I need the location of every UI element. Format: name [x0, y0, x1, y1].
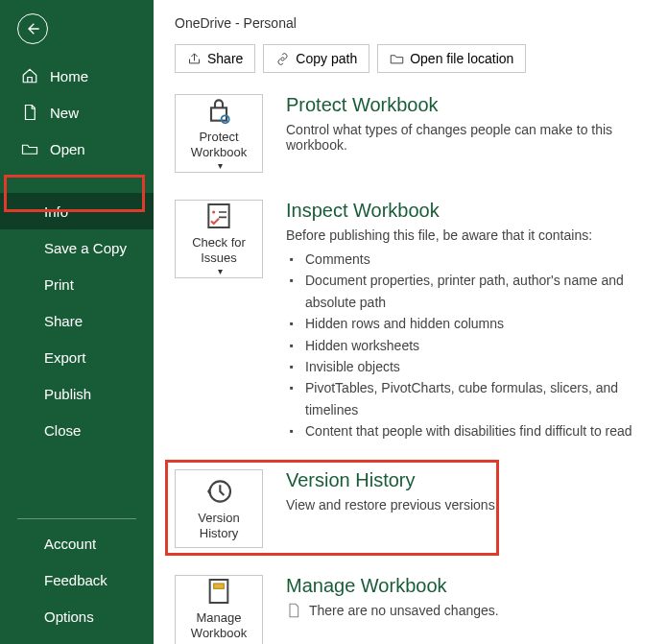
nav-options[interactable]: Options: [0, 598, 154, 634]
inspect-item: Hidden rows and hidden columns: [286, 313, 646, 334]
link-icon: [275, 52, 290, 66]
nav-print-label: Print: [44, 276, 74, 293]
chevron-down-icon: ▾: [218, 160, 223, 172]
svg-rect-0: [211, 108, 226, 121]
nav-options-label: Options: [44, 608, 94, 625]
version-desc: View and restore previous versions.: [286, 497, 646, 513]
info-toolbar: Share Copy path Open file location: [175, 44, 646, 73]
new-doc-icon: [21, 104, 38, 121]
open-file-location-label: Open file location: [410, 51, 513, 66]
nav-close[interactable]: Close: [0, 412, 154, 448]
inspect-body: Inspect Workbook Before publishing this …: [286, 200, 646, 442]
version-history-section: Version History Version History View and…: [175, 469, 646, 548]
nav-info-label: Info: [44, 203, 68, 220]
home-icon: [21, 67, 38, 84]
protect-desc: Control what types of changes people can…: [286, 122, 646, 153]
inspect-item: Content that people with disabilities fi…: [286, 420, 646, 441]
svg-rect-2: [208, 204, 228, 227]
inspect-item: Invisible objects: [286, 356, 646, 377]
chevron-down-icon: ▾: [218, 640, 223, 644]
nav-share[interactable]: Share: [0, 302, 154, 339]
checklist-icon: [203, 201, 234, 231]
lock-icon: [203, 95, 234, 126]
nav-feedback-label: Feedback: [44, 572, 107, 588]
nav-new[interactable]: New: [0, 94, 154, 131]
inspect-item: Document properties, printer path, autho…: [286, 270, 646, 313]
inspect-list: Comments Document properties, printer pa…: [286, 249, 646, 442]
share-icon: [187, 52, 202, 66]
nav-home-label: Home: [50, 68, 88, 84]
protect-tile-label: Protect Workbook: [179, 130, 258, 159]
inspect-section: Check for Issues▾ Inspect Workbook Befor…: [175, 200, 646, 442]
manage-body: Manage Workbook There are no unsaved cha…: [286, 575, 646, 618]
main-panel: OneDrive - Personal Share Copy path Open…: [154, 0, 667, 644]
backstage-sidebar: Home New Open Info Save a Copy Print Sha…: [0, 0, 154, 644]
workbook-icon: [203, 576, 234, 607]
nav-divider: [17, 177, 136, 178]
version-body: Version History View and restore previou…: [286, 469, 646, 513]
svg-rect-6: [214, 584, 225, 588]
nav-bottom: Account Feedback Options: [0, 509, 154, 634]
share-button-label: Share: [207, 51, 243, 66]
manage-section: Manage Workbook▾ Manage Workbook There a…: [175, 575, 646, 644]
manage-workbook-label: Manage Workbook: [179, 610, 258, 640]
document-icon: [286, 603, 301, 618]
chevron-down-icon: ▾: [218, 266, 223, 277]
folder-open-icon: [21, 140, 38, 157]
nav-account-label: Account: [44, 536, 96, 552]
copy-path-button[interactable]: Copy path: [263, 44, 369, 73]
history-icon: [203, 476, 234, 507]
nav-export[interactable]: Export: [0, 339, 154, 375]
inspect-title: Inspect Workbook: [286, 200, 646, 222]
nav-divider-bottom: [17, 518, 136, 519]
protect-section: Protect Workbook▾ Protect Workbook Contr…: [175, 94, 646, 173]
nav-open-label: Open: [50, 141, 85, 157]
open-file-location-button[interactable]: Open file location: [377, 44, 526, 73]
protect-title: Protect Workbook: [286, 94, 646, 116]
manage-workbook-tile[interactable]: Manage Workbook▾: [175, 575, 263, 644]
check-issues-tile[interactable]: Check for Issues▾: [175, 200, 263, 278]
nav-primary: Home New Open: [0, 58, 154, 167]
inspect-item: Hidden worksheets: [286, 335, 646, 356]
nav-export-label: Export: [44, 349, 85, 366]
nav-print[interactable]: Print: [0, 266, 154, 302]
inspect-item: Comments: [286, 249, 646, 270]
manage-title: Manage Workbook: [286, 575, 646, 597]
protect-workbook-tile[interactable]: Protect Workbook▾: [175, 94, 263, 173]
nav-open[interactable]: Open: [0, 131, 154, 167]
nav-share-label: Share: [44, 313, 83, 329]
inspect-item: PivotTables, PivotCharts, cube formulas,…: [286, 377, 646, 420]
nav-publish[interactable]: Publish: [0, 375, 154, 412]
svg-point-1: [222, 116, 229, 124]
nav-feedback[interactable]: Feedback: [0, 561, 154, 598]
nav-account[interactable]: Account: [0, 525, 154, 561]
version-history-label: Version History: [179, 511, 258, 540]
protect-body: Protect Workbook Control what types of c…: [286, 94, 646, 153]
nav-saveacopy-label: Save a Copy: [44, 240, 127, 256]
arrow-left-icon: [25, 21, 40, 36]
nav-new-label: New: [50, 105, 79, 121]
nav-info[interactable]: Info: [0, 193, 154, 229]
nav-home[interactable]: Home: [0, 58, 154, 94]
copy-path-label: Copy path: [296, 51, 357, 66]
nav-publish-label: Publish: [44, 386, 91, 402]
breadcrumb: OneDrive - Personal: [175, 15, 646, 31]
nav-close-label: Close: [44, 422, 81, 439]
version-history-tile[interactable]: Version History: [175, 469, 263, 548]
version-title: Version History: [286, 469, 646, 491]
share-button[interactable]: Share: [175, 44, 255, 73]
back-button[interactable]: [17, 13, 48, 44]
folder-icon: [390, 52, 404, 66]
manage-desc: There are no unsaved changes.: [309, 603, 499, 618]
check-issues-label: Check for Issues: [179, 235, 258, 265]
nav-secondary: Info Save a Copy Print Share Export Publ…: [0, 193, 154, 448]
svg-point-3: [212, 211, 215, 214]
nav-saveacopy[interactable]: Save a Copy: [0, 229, 154, 266]
inspect-lead: Before publishing this file, be aware th…: [286, 227, 646, 243]
